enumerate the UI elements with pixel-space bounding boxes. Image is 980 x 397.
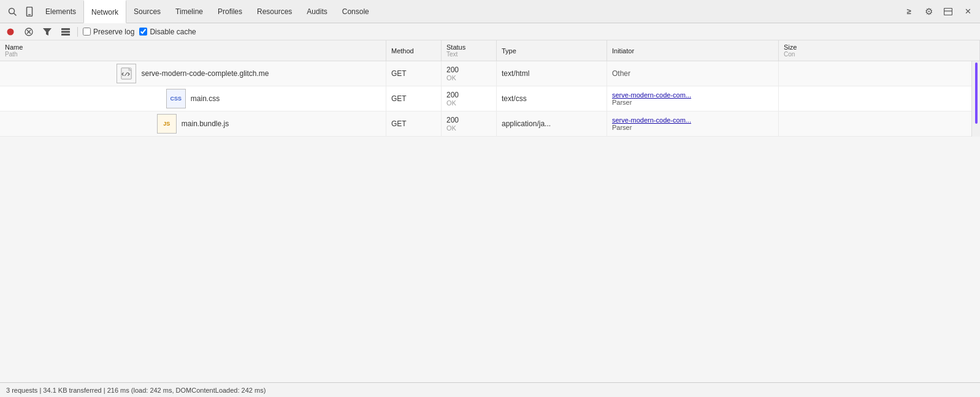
col-header-initiator[interactable]: Initiator — [607, 40, 779, 61]
td-name-1: serve-modern-code-complete.glitch.me — [0, 61, 386, 86]
devtools-container: Elements Network Sources Timeline Profil… — [0, 0, 980, 137]
filter-button[interactable] — [40, 25, 54, 39]
svg-rect-12 — [61, 31, 70, 32]
main-content: Name Path Method Status Text Type Initia… — [0, 40, 980, 137]
network-toolbar: Preserve log Disable cache — [0, 23, 980, 40]
view-toggle-button[interactable] — [59, 25, 72, 39]
td-type-1: text/html — [497, 61, 607, 86]
js-file-icon: JS — [157, 114, 177, 134]
scrollbar-thumb[interactable] — [975, 62, 978, 124]
network-table: Name Path Method Status Text Type Initia… — [0, 40, 980, 137]
svg-marker-10 — [43, 28, 52, 36]
td-size-3 — [779, 112, 980, 136]
svg-rect-13 — [61, 34, 70, 36]
nav-tab-audits[interactable]: Audits — [299, 0, 334, 23]
preserve-log-label[interactable]: Preserve log — [83, 28, 134, 36]
toolbar-separator — [77, 27, 78, 37]
td-size-1 — [779, 61, 980, 86]
dock-icon-btn[interactable] — [940, 3, 957, 20]
clear-button[interactable] — [22, 25, 36, 39]
col-header-size[interactable]: Size Con — [779, 40, 980, 61]
table-row[interactable]: CSS main.css GET 200 OK text/css — [0, 86, 980, 112]
top-nav-bar: Elements Network Sources Timeline Profil… — [0, 0, 980, 23]
css-file-icon: CSS — [166, 89, 186, 108]
nav-tab-profiles[interactable]: Profiles — [210, 0, 250, 23]
disable-cache-label[interactable]: Disable cache — [139, 28, 196, 36]
td-size-2 — [779, 86, 980, 111]
svg-rect-4 — [944, 8, 952, 15]
col-header-name[interactable]: Name Path — [0, 40, 386, 61]
td-method-2: GET — [386, 86, 442, 111]
nav-tab-elements[interactable]: Elements — [38, 0, 83, 23]
td-status-1: 200 OK — [442, 61, 497, 86]
td-method-1: GET — [386, 61, 442, 86]
nav-tab-resources[interactable]: Resources — [250, 0, 299, 23]
table-body: serve-modern-code-complete.glitch.me GET… — [0, 61, 980, 137]
search-icon-btn[interactable] — [4, 3, 21, 20]
svg-point-6 — [7, 28, 14, 35]
status-bar: 3 requests | 34.1 KB transferred | 216 m… — [0, 382, 980, 397]
td-initiator-3: serve-modern-code-com... Parser — [607, 112, 779, 136]
preserve-log-checkbox[interactable] — [83, 28, 91, 36]
scrollbar-track[interactable] — [971, 61, 980, 137]
nav-tab-timeline[interactable]: Timeline — [168, 0, 210, 23]
nav-tab-console[interactable]: Console — [335, 0, 377, 23]
nav-tab-sources[interactable]: Sources — [126, 0, 168, 23]
td-method-3: GET — [386, 112, 442, 136]
mobile-icon-btn[interactable] — [21, 3, 38, 20]
td-type-3: application/ja... — [497, 112, 607, 136]
nav-tab-network[interactable]: Network — [83, 0, 126, 23]
td-initiator-1: Other — [607, 61, 779, 86]
col-header-type[interactable]: Type — [497, 40, 607, 61]
close-icon-btn[interactable]: ✕ — [959, 3, 976, 20]
svg-rect-11 — [61, 28, 70, 30]
td-initiator-2: serve-modern-code-com... Parser — [607, 86, 779, 111]
td-name-3: JS main.bundle.js — [0, 112, 386, 136]
col-header-method[interactable]: Method — [386, 40, 442, 61]
td-status-2: 200 OK — [442, 86, 497, 111]
td-type-2: text/css — [497, 86, 607, 111]
settings-icon-btn[interactable]: ⚙ — [920, 3, 937, 20]
table-row[interactable]: serve-modern-code-complete.glitch.me GET… — [0, 61, 980, 86]
table-header: Name Path Method Status Text Type Initia… — [0, 40, 980, 61]
html-file-icon — [117, 64, 136, 83]
nav-right-icons: ≥ ⚙ ✕ — [900, 3, 976, 20]
td-status-3: 200 OK — [442, 112, 497, 136]
td-name-2: CSS main.css — [0, 86, 386, 111]
execute-icon-btn[interactable]: ≥ — [900, 3, 917, 20]
svg-line-1 — [14, 13, 17, 15]
disable-cache-checkbox[interactable] — [139, 28, 147, 36]
table-row[interactable]: JS main.bundle.js GET 200 OK application… — [0, 112, 980, 137]
col-header-status[interactable]: Status Text — [442, 40, 497, 61]
record-button[interactable] — [4, 25, 17, 39]
